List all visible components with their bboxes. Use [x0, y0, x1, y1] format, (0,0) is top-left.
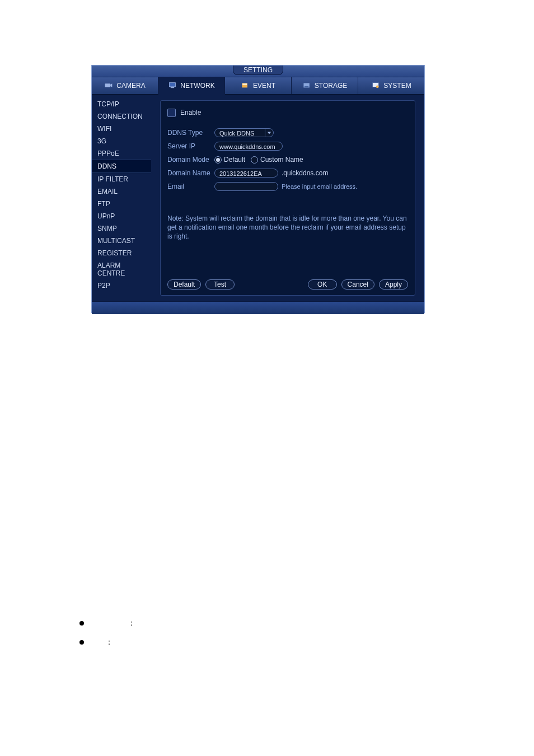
sidebar-item-snmp[interactable]: SNMP [92, 222, 151, 235]
sidebar-item-wifi[interactable]: WIFI [92, 123, 151, 135]
svg-rect-7 [305, 86, 308, 87]
domain-name-suffix: .quickddns.com [282, 169, 328, 177]
sidebar-item-3g[interactable]: 3G [92, 135, 151, 147]
domain-mode-custom-label: Custom Name [260, 156, 303, 164]
system-icon [371, 82, 380, 90]
chevron-down-icon [265, 129, 273, 137]
sidebar-item-upnp[interactable]: UPnP [92, 210, 151, 222]
sidebar-item-ipfilter[interactable]: IP FILTER [92, 173, 151, 185]
sidebar-item-email[interactable]: EMAIL [92, 185, 151, 198]
sidebar-item-multicast[interactable]: MULTICAST [92, 235, 151, 247]
tab-camera[interactable]: CAMERA [92, 77, 158, 94]
bullet-item: ： [79, 614, 471, 633]
sidebar-item-ftp[interactable]: FTP [92, 198, 151, 210]
tab-system-label: SYSTEM [383, 82, 411, 90]
storage-icon [302, 82, 311, 90]
sidebar-item-pppoe[interactable]: PPPoE [92, 147, 151, 160]
email-input[interactable] [214, 182, 278, 191]
sidebar: TCP/IP CONNECTION WIFI 3G PPPoE DDNS IP … [92, 95, 151, 301]
ddns-type-label: DDNS Type [167, 129, 214, 137]
svg-marker-1 [111, 83, 113, 87]
bullet-text: ： [105, 637, 113, 647]
tab-network-label: NETWORK [180, 82, 214, 90]
default-button[interactable]: Default [167, 279, 201, 290]
sidebar-item-register[interactable]: REGISTER [92, 247, 151, 259]
tab-storage-label: STORAGE [315, 82, 347, 90]
email-hint: Please input email address. [282, 183, 357, 190]
email-label: Email [167, 183, 214, 190]
apply-button[interactable]: Apply [379, 279, 408, 290]
settings-dialog: SETTING CAMERA NETWORK EVENT [91, 65, 425, 313]
camera-icon [104, 82, 113, 90]
sidebar-item-alarmcentre[interactable]: ALARM CENTRE [92, 259, 151, 279]
test-button[interactable]: Test [205, 279, 235, 290]
domain-mode-default-label: Default [224, 156, 245, 164]
server-ip-label: Server IP [167, 142, 214, 150]
svg-point-9 [376, 85, 379, 88]
event-icon [241, 82, 250, 90]
bullet-list: ： ： [79, 614, 471, 652]
dialog-body: TCP/IP CONNECTION WIFI 3G PPPoE DDNS IP … [92, 95, 424, 301]
ok-button[interactable]: OK [308, 279, 337, 290]
bullet-dot-icon [79, 621, 84, 626]
svg-rect-3 [171, 87, 174, 88]
domain-name-label: Domain Name [167, 169, 214, 177]
svg-marker-10 [268, 132, 271, 134]
sidebar-item-ddns[interactable]: DDNS [92, 160, 151, 173]
window-title: SETTING [233, 66, 283, 75]
tab-event[interactable]: EVENT [225, 77, 292, 94]
sidebar-item-tcpip[interactable]: TCP/IP [92, 98, 151, 110]
network-icon [168, 82, 177, 90]
svg-rect-0 [105, 83, 111, 87]
bullet-item: ： [79, 633, 471, 652]
ddns-type-select[interactable]: Quick DDNS [214, 128, 274, 137]
sidebar-item-p2p[interactable]: P2P [92, 279, 151, 292]
bullet-text: ： [128, 618, 135, 628]
content: Enable DDNS Type Quick DDNS [151, 95, 424, 301]
svg-rect-5 [242, 83, 247, 85]
ddns-panel: Enable DDNS Type Quick DDNS [160, 100, 415, 296]
domain-mode-custom-radio[interactable] [251, 156, 258, 164]
tab-storage[interactable]: STORAGE [292, 77, 358, 94]
ddns-note: Note: System will reclaim the domain tha… [167, 214, 408, 241]
enable-checkbox[interactable] [167, 109, 176, 117]
bottom-bar [92, 301, 424, 314]
tab-event-label: EVENT [253, 82, 275, 90]
domain-mode-default-radio[interactable] [214, 156, 222, 164]
tab-row: CAMERA NETWORK EVENT STORAGE [92, 77, 424, 95]
sidebar-item-connection[interactable]: CONNECTION [92, 110, 151, 123]
bullet-dot-icon [79, 640, 84, 645]
tab-camera-label: CAMERA [116, 82, 145, 90]
titlebar: SETTING [92, 66, 424, 77]
server-ip-input[interactable]: www.quickddns.com [214, 142, 283, 151]
enable-label: Enable [180, 109, 201, 116]
domain-mode-label: Domain Mode [167, 156, 214, 164]
svg-rect-2 [170, 83, 176, 87]
footer-row: Default Test OK Cancel Apply [167, 279, 408, 290]
cancel-button[interactable]: Cancel [341, 279, 374, 290]
domain-name-input[interactable]: 2013122612EA [214, 169, 278, 178]
tab-network[interactable]: NETWORK [158, 77, 225, 95]
tab-system[interactable]: SYSTEM [358, 77, 424, 94]
